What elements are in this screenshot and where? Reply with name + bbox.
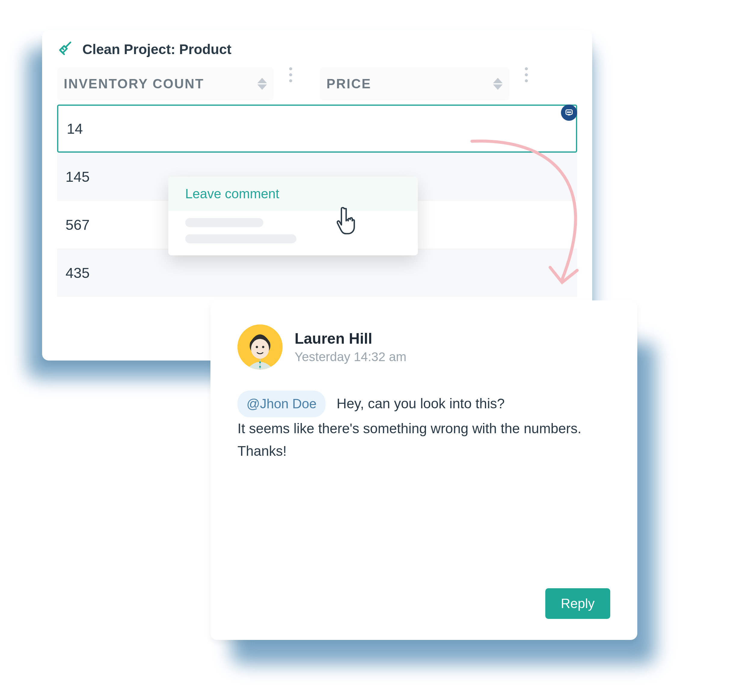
menu-item-placeholder bbox=[185, 234, 296, 243]
flow-arrow-icon bbox=[460, 129, 616, 299]
svg-point-1 bbox=[567, 112, 568, 112]
cell-value: 567 bbox=[66, 217, 90, 233]
menu-item-placeholder bbox=[185, 218, 263, 227]
reply-button[interactable]: Reply bbox=[545, 588, 611, 619]
card-header: Clean Project: Product bbox=[42, 30, 592, 67]
menu-item-leave-comment[interactable]: Leave comment bbox=[168, 176, 418, 211]
comment-icon[interactable] bbox=[561, 104, 577, 121]
column-headers: INVENTORY COUNT PRICE bbox=[42, 67, 592, 104]
sort-icon[interactable] bbox=[493, 78, 502, 90]
svg-point-7 bbox=[262, 346, 265, 348]
avatar bbox=[237, 325, 283, 369]
svg-point-2 bbox=[569, 112, 569, 112]
cell-value: 145 bbox=[66, 169, 90, 185]
card-title: Clean Project: Product bbox=[82, 41, 231, 57]
svg-point-8 bbox=[259, 362, 261, 363]
comment-card: Lauren Hill Yesterday 14:32 am @Jhon Doe… bbox=[211, 300, 637, 640]
broom-icon bbox=[57, 40, 74, 58]
comment-author: Lauren Hill bbox=[295, 330, 407, 347]
cell-value: 14 bbox=[67, 121, 82, 137]
comment-text: Thanks! bbox=[237, 443, 287, 459]
column-header-inventory[interactable]: INVENTORY COUNT bbox=[57, 67, 274, 100]
svg-point-9 bbox=[259, 366, 261, 368]
comment-timestamp: Yesterday 14:32 am bbox=[295, 350, 407, 364]
column-header-price[interactable]: PRICE bbox=[320, 67, 509, 100]
svg-point-5 bbox=[251, 339, 269, 359]
column-label: INVENTORY COUNT bbox=[64, 76, 204, 91]
sort-icon[interactable] bbox=[257, 78, 267, 90]
kebab-icon[interactable] bbox=[284, 67, 298, 100]
column-label: PRICE bbox=[327, 76, 371, 91]
svg-point-3 bbox=[570, 112, 571, 112]
svg-point-6 bbox=[256, 346, 258, 348]
pointer-cursor-icon bbox=[337, 204, 364, 238]
comment-header: Lauren Hill Yesterday 14:32 am bbox=[237, 325, 610, 369]
comment-body: @Jhon Doe Hey, can you look into this? I… bbox=[237, 391, 610, 463]
mention-chip[interactable]: @Jhon Doe bbox=[237, 391, 326, 417]
context-menu: Leave comment bbox=[168, 176, 418, 255]
cell-value: 435 bbox=[66, 265, 90, 281]
comment-text: Hey, can you look into this? bbox=[337, 396, 505, 411]
comment-text: It seems like there's something wrong wi… bbox=[237, 421, 581, 436]
kebab-icon[interactable] bbox=[520, 67, 533, 100]
